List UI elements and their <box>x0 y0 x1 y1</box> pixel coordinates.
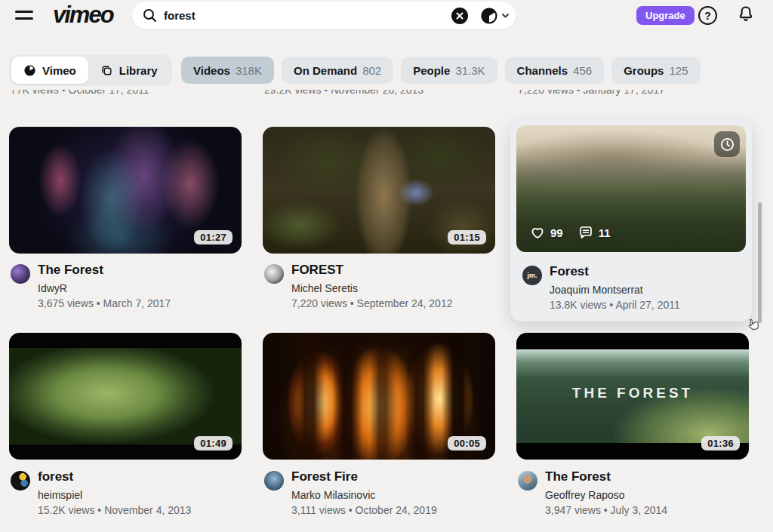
video-author[interactable]: heimspiel <box>38 489 82 501</box>
video-views-date: 13.8K views • April 27, 2011 <box>550 299 680 311</box>
tab-label: Groups <box>624 64 664 77</box>
video-title[interactable]: The Forest <box>545 469 611 484</box>
avatar[interactable]: jm. <box>522 266 542 285</box>
video-author[interactable]: Michel Seretis <box>291 282 358 294</box>
video-title[interactable]: The Forest <box>38 263 103 278</box>
video-thumbnail[interactable]: THE FOREST 01:36 <box>516 333 749 460</box>
video-views-date: 7,220 views • September 24, 2012 <box>291 297 452 309</box>
tab-videos[interactable]: Videos 318K <box>181 57 274 84</box>
hand-cursor-icon <box>744 315 764 337</box>
clipped-meta: 29.2K views • November 26, 2013 <box>264 90 423 96</box>
scope-option-library[interactable]: Library <box>88 57 170 84</box>
scope-option-label: Vimeo <box>42 64 76 77</box>
help-icon[interactable]: ? <box>698 6 717 25</box>
video-title[interactable]: FOREST <box>291 263 343 278</box>
tab-count: 318K <box>236 64 262 77</box>
chevron-down-icon <box>503 14 508 17</box>
avatar[interactable] <box>11 264 30 284</box>
avatar[interactable] <box>11 471 30 490</box>
search-bar <box>132 2 516 29</box>
video-thumbnail[interactable]: 99 11 <box>516 125 746 252</box>
tab-count: 802 <box>362 64 381 77</box>
tab-people[interactable]: People 31.3K <box>401 57 497 84</box>
video-card-hovered[interactable]: 99 11 jm. Forest Joaquim Montserrat 13.8… <box>510 119 752 321</box>
video-thumbnail[interactable]: 01:27 <box>9 127 242 254</box>
search-scope-dropdown[interactable] <box>481 7 511 25</box>
video-views-date: 3,947 views • July 3, 2014 <box>545 504 667 516</box>
comments-stat: 11 <box>578 225 611 240</box>
thumbnail-overlay-text: THE FOREST <box>516 385 749 401</box>
duration-badge: 01:27 <box>194 230 233 244</box>
duration-badge: 01:36 <box>701 436 740 451</box>
video-views-date: 3,111 views • October 24, 2019 <box>291 504 437 516</box>
clear-search-icon[interactable] <box>451 8 468 24</box>
watch-later-icon[interactable] <box>714 131 740 157</box>
comments-count: 11 <box>599 226 611 239</box>
duration-badge: 01:15 <box>448 230 486 244</box>
tab-groups[interactable]: Groups 125 <box>611 57 700 84</box>
video-author[interactable]: Geoffrey Raposo <box>545 489 625 501</box>
duration-badge: 00:05 <box>448 436 486 451</box>
tab-count: 31.3K <box>455 64 485 77</box>
tab-label: Channels <box>517 64 568 77</box>
library-icon <box>100 64 113 77</box>
upgrade-button[interactable]: Upgrade <box>636 6 694 25</box>
menu-icon[interactable] <box>14 8 35 23</box>
likes-stat: 99 <box>530 225 563 240</box>
duration-badge: 01:49 <box>194 436 233 451</box>
avatar[interactable] <box>518 471 537 490</box>
scope-toggle: Vimeo Library <box>9 54 172 86</box>
video-author[interactable]: Marko Milasinovic <box>291 489 375 501</box>
thumbnail-stats: 99 11 <box>530 225 611 240</box>
scope-option-label: Library <box>119 64 158 77</box>
heart-icon <box>530 225 545 240</box>
comment-icon <box>578 225 593 240</box>
result-tabs: Videos 318K On Demand 802 People 31.3K C… <box>181 57 701 84</box>
page: vimeo Upgrade ? Vimeo Library <box>0 0 773 532</box>
clipped-result-meta-row: 77K views • October 17, 2011 29.2K views… <box>0 90 773 99</box>
video-thumbnail[interactable]: 00:05 <box>263 333 495 460</box>
tab-channels[interactable]: Channels 456 <box>505 57 605 84</box>
notifications-bell-icon[interactable] <box>735 5 756 26</box>
tab-label: On Demand <box>294 64 357 77</box>
scrollbar[interactable] <box>758 202 762 323</box>
clipped-meta: 7,220 views • January 17, 2017 <box>518 90 665 96</box>
video-views-date: 15.2K views • November 4, 2013 <box>38 504 191 516</box>
tab-count: 456 <box>573 64 592 77</box>
search-icon <box>143 8 157 23</box>
video-title[interactable]: Forest Fire <box>291 469 358 484</box>
tab-label: People <box>413 64 450 77</box>
avatar[interactable] <box>264 471 284 490</box>
vimeo-logo[interactable]: vimeo <box>53 2 113 29</box>
video-title[interactable]: forest <box>38 469 73 484</box>
avatar[interactable] <box>264 264 284 284</box>
search-input[interactable] <box>164 2 428 29</box>
video-author[interactable]: IdwyR <box>38 282 67 294</box>
globe-icon <box>23 64 36 77</box>
globe-icon <box>481 7 511 25</box>
video-thumbnail[interactable]: 01:49 <box>9 333 242 460</box>
likes-count: 99 <box>550 226 563 239</box>
tab-count: 125 <box>669 64 688 77</box>
video-title[interactable]: Forest <box>550 264 589 279</box>
video-thumbnail[interactable]: 01:15 <box>263 127 495 254</box>
video-author[interactable]: Joaquim Montserrat <box>550 284 643 296</box>
tab-label: Videos <box>193 64 230 77</box>
scope-option-vimeo[interactable]: Vimeo <box>11 57 88 84</box>
tab-on-demand[interactable]: On Demand 802 <box>282 57 393 84</box>
video-views-date: 3,675 views • March 7, 2017 <box>38 297 171 309</box>
clipped-meta: 77K views • October 17, 2011 <box>11 90 149 96</box>
